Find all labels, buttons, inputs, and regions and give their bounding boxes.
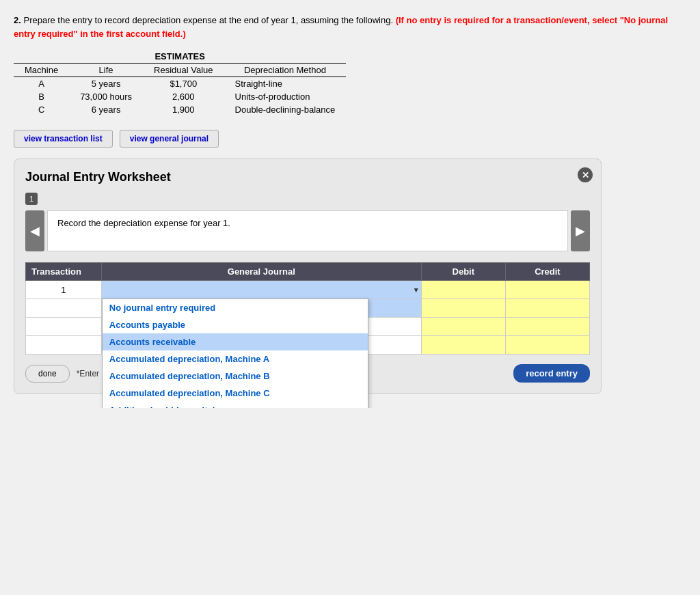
dropdown-item-no-entry[interactable]: No journal entry required [103,299,368,316]
debit-input-1[interactable] [422,281,505,299]
step-badge: 1 [25,193,38,205]
table-row: C 6 years 1,900 Double-declining-balance [14,103,346,116]
table-row: A 5 years $1,700 Straight-line [14,77,346,91]
table-row: B 73,000 hours 2,600 Units-of-production [14,90,346,103]
credit-input-1[interactable] [506,281,589,299]
th-general-journal: General Journal [101,263,421,281]
close-icon: ✕ [582,170,589,180]
prev-arrow-button[interactable]: ◀ [25,210,44,251]
toolbar: view transaction list view general journ… [14,130,686,148]
debit-input-2[interactable] [422,299,505,317]
col-method: Depreciation Method [224,64,347,77]
transaction-number-4 [26,336,102,355]
credit-cell-3[interactable] [505,318,589,336]
table-row: 1 ▼ No journal entry required Accounts p… [26,281,590,299]
debit-cell-3[interactable] [421,318,505,336]
nav-row: ◀ Record the depreciation expense for ye… [25,210,590,251]
journal-table-wrapper: Transaction General Journal Debit Credit… [25,262,590,355]
close-button[interactable]: ✕ [578,167,593,182]
col-residual: Residual Value [143,64,224,77]
credit-cell-4[interactable] [505,336,589,355]
credit-cell-1[interactable] [505,281,589,299]
problem-number: 2. [14,15,21,25]
credit-input-4[interactable] [506,336,589,354]
view-journal-btn[interactable]: view general journal [120,130,219,148]
view-transaction-btn[interactable]: view transaction list [14,130,113,148]
account-dropdown-menu[interactable]: No journal entry required Accounts payab… [102,299,368,408]
next-arrow-button[interactable]: ▶ [571,210,590,251]
account-input-container: ▼ No journal entry required Accounts pay… [102,281,421,299]
transaction-number-2 [26,299,102,318]
col-life: Life [69,64,143,77]
problem-text: 2. Prepare the entry to record depreciat… [14,14,686,40]
estimates-header: ESTIMATES [14,50,346,64]
transaction-number-3 [26,318,102,336]
problem-description: Prepare the entry to record depreciation… [23,15,393,25]
transaction-description: Record the depreciation expense for year… [47,210,568,251]
debit-input-4[interactable] [422,336,505,354]
account-input-cell[interactable]: ▼ No journal entry required Accounts pay… [101,281,421,299]
th-credit: Credit [505,263,589,281]
debit-input-3[interactable] [422,318,505,335]
done-button[interactable]: done [25,365,70,383]
col-machine: Machine [14,64,69,77]
dropdown-item-accounts-payable[interactable]: Accounts payable [103,316,368,333]
debit-cell-4[interactable] [421,336,505,355]
worksheet-title: Journal Entry Worksheet [25,170,590,184]
credit-cell-2[interactable] [505,299,589,318]
right-arrow-icon: ▶ [576,223,585,238]
journal-table: Transaction General Journal Debit Credit… [25,262,590,355]
dropdown-item-accounts-receivable[interactable]: Accounts receivable [103,333,368,350]
dropdown-item-accum-dep-a[interactable]: Accumulated depreciation, Machine A [103,350,368,368]
left-arrow-icon: ◀ [30,223,40,238]
estimates-table: ESTIMATES Machine Life Residual Value De… [14,50,346,116]
debit-cell-2[interactable] [421,299,505,318]
account-field-input[interactable] [102,281,421,299]
dropdown-item-accum-dep-c[interactable]: Accumulated depreciation, Machine C [103,385,368,402]
journal-worksheet: Journal Entry Worksheet ✕ 1 ◀ Record the… [14,158,602,394]
record-entry-button[interactable]: record entry [513,364,590,383]
credit-input-2[interactable] [506,299,589,317]
dropdown-item-additional-paid[interactable]: Additional paid-in capital [103,402,368,408]
transaction-number: 1 [26,281,102,299]
dropdown-item-accum-dep-b[interactable]: Accumulated depreciation, Machine B [103,368,368,385]
th-debit: Debit [421,263,505,281]
debit-cell-1[interactable] [421,281,505,299]
th-transaction: Transaction [26,263,102,281]
credit-input-3[interactable] [506,318,589,335]
